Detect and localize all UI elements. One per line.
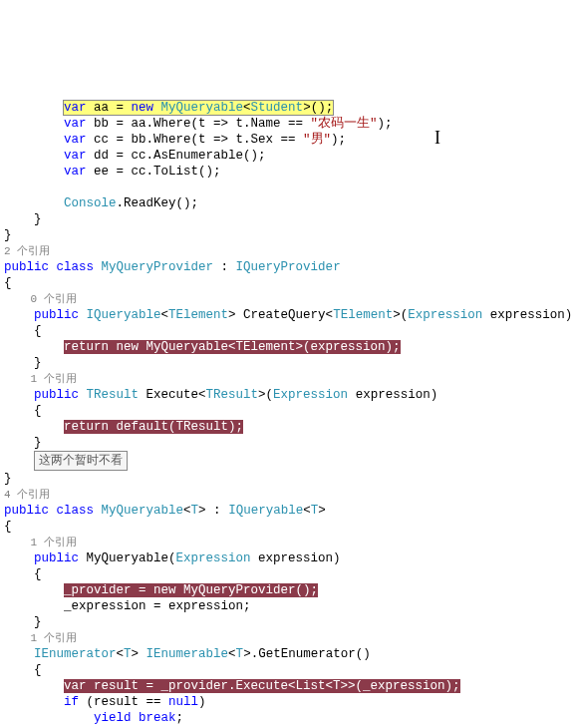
line-19: public TResult Execute<TResult>(Expressi… [4, 388, 437, 402]
line-1: var aa = new MyQueryable<Student>(); [4, 101, 333, 115]
line-28: public MyQueryable(Expression expression… [4, 551, 341, 565]
line-26: { [4, 520, 12, 534]
line-16: return new MyQueryable<TElement>(express… [4, 340, 401, 354]
text-cursor: I [434, 130, 440, 146]
codelens-5[interactable]: 1 个引用 [4, 537, 77, 548]
line-8: } [4, 212, 42, 226]
code-editor: I var aa = new MyQueryable<Student>(); v… [4, 68, 574, 728]
line-31: _expression = expression; [4, 599, 251, 613]
line-35: { [4, 663, 42, 677]
line-29: { [4, 567, 42, 581]
line-5: var ee = cc.ToList(); [4, 165, 221, 179]
line-21: return default(TResult); [4, 420, 243, 434]
line-30: _provider = new MyQueryProvider(); [4, 583, 318, 597]
line-23: } [4, 472, 12, 486]
line-37: if (result == null) [4, 695, 206, 709]
line-34: IEnumerator<T> IEnumerable<T>.GetEnumera… [4, 647, 371, 661]
line-12: { [4, 276, 12, 290]
line-36: var result = _provider.Execute<List<T>>(… [4, 679, 460, 693]
line-25: public class MyQueryable<T> : IQueryable… [4, 504, 326, 518]
codelens-2[interactable]: 0 个引用 [4, 293, 77, 305]
line-32: } [4, 615, 42, 629]
codelens-4[interactable]: 4 个引用 [4, 489, 50, 501]
line-17: } [4, 356, 42, 370]
line-22: } [4, 436, 42, 450]
line-38: yield break; [4, 711, 183, 725]
line-11: public class MyQueryProvider : IQueryPro… [4, 260, 341, 274]
annotation-box-1: 这两个暂时不看 [34, 451, 128, 471]
line-14: public IQueryable<TElement> CreateQuery<… [4, 308, 572, 322]
line-7: Console.ReadKey(); [4, 196, 198, 210]
codelens-6[interactable]: 1 个引用 [4, 632, 77, 644]
line-2: var bb = aa.Where(t => t.Name == "农码一生")… [4, 117, 393, 131]
line-9: } [4, 228, 12, 242]
codelens-3[interactable]: 1 个引用 [4, 373, 77, 385]
codelens-1[interactable]: 2 个引用 [4, 245, 50, 257]
line-15: { [4, 324, 42, 338]
line-4: var dd = cc.AsEnumerable(); [4, 149, 266, 163]
line-3: var cc = bb.Where(t => t.Sex == "男"); [4, 133, 346, 147]
line-20: { [4, 404, 42, 418]
